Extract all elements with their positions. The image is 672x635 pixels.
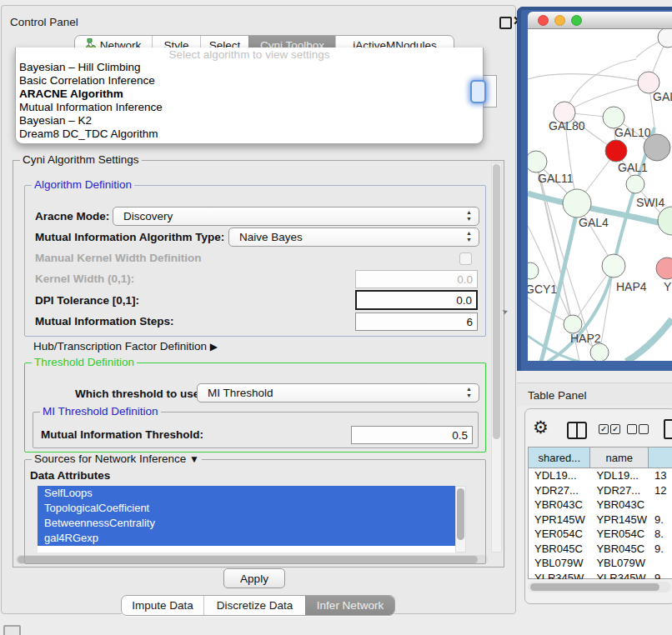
apply-button[interactable]: Apply (223, 568, 285, 588)
table-cell: 12 (649, 484, 672, 497)
zoom-traffic-light-icon[interactable] (571, 15, 582, 26)
tab-label: Discretize Data (217, 599, 293, 612)
column-header-name[interactable]: name (590, 448, 649, 468)
close-traffic-light-icon[interactable] (538, 15, 549, 26)
algorithm-option-bayesian-hill-climbing[interactable]: Bayesian – Hill Climbing (16, 61, 483, 74)
data-attributes-label: Data Attributes (30, 469, 110, 482)
table-row[interactable]: YBL079WYBL079W (529, 556, 672, 571)
table-cell: YDL19... (529, 469, 590, 482)
list-scrollbar[interactable] (455, 486, 466, 552)
table-row[interactable]: YER054CYER054C8. (529, 527, 672, 542)
settings-group-title: Cyni Algorithm Settings (20, 154, 142, 166)
checked-checkbox-icon[interactable]: ✓ (610, 424, 620, 434)
scrollbar-thumb[interactable] (457, 488, 464, 540)
node-HAP4[interactable] (602, 254, 625, 278)
tab-label: Impute Data (132, 599, 193, 612)
scrollbar-thumb[interactable] (530, 583, 659, 591)
node-table: shared...name YDL19...YDL19...13YDR27...… (528, 447, 672, 579)
algorithm-option-bayesian-k2[interactable]: Bayesian – K2 (16, 114, 483, 128)
focused-spinner-button[interactable] (470, 80, 486, 103)
kernel-width-input[interactable]: 0.0 (355, 270, 478, 288)
table-row[interactable]: YLR345WYLR345W9. (529, 571, 672, 580)
scrollbar-thumb[interactable] (493, 164, 500, 439)
attribute-topologicalcoefficient[interactable]: TopologicalCoefficient (38, 501, 455, 516)
hub-definition-toggle[interactable]: Hub/Transcription Factor Definition ▶ (33, 340, 218, 352)
aracne-mode-value: Discovery (123, 210, 173, 222)
attribute-gal4rgexp[interactable]: gal4RGexp (38, 531, 455, 546)
table-cell: YBL079W (529, 557, 590, 569)
table-cell: 9. (649, 513, 672, 526)
node-label-gal1: GAL1 (618, 161, 648, 174)
table-horizontal-scrollbar[interactable] (528, 582, 671, 592)
sources-title: Sources for Network Inference (34, 452, 186, 465)
settings-gear-icon[interactable]: ⚙ (533, 418, 549, 436)
table-row[interactable]: YPR145WYPR145W9. (529, 512, 672, 528)
which-threshold-select[interactable]: MI Threshold ▲▼ (197, 383, 479, 402)
attribute-betweennesscentrality[interactable]: BetweennessCentrality (38, 516, 455, 531)
network-graph[interactable]: GALGAL80GAL10GAL1GAL11SWI4GAL4HAP4YGCY1H… (528, 29, 672, 361)
window-grip-icon[interactable] (3, 625, 21, 635)
manual-kernel-checkbox[interactable] (459, 252, 472, 265)
node-red[interactable] (605, 140, 627, 162)
table-cell: YPR145W (590, 513, 649, 526)
mi-threshold-input[interactable]: 0.5 (351, 426, 473, 444)
node-label-swi4: SWI4 (636, 196, 664, 209)
node-top-cut[interactable] (658, 29, 672, 48)
algorithm-option-aracne-algorithm[interactable]: ARACNE Algorithm (16, 88, 483, 101)
unchecked-checkbox-icon[interactable] (627, 424, 637, 434)
dpi-tolerance-input[interactable]: 0.0 (355, 290, 478, 310)
bottom-tab-strip: Impute DataDiscretize DataInfer Network (121, 595, 395, 616)
node-SWI4[interactable] (626, 175, 644, 193)
table-row[interactable]: YDL19...YDL19...13 (529, 468, 672, 483)
sources-toggle[interactable]: Sources for Network Inference ▼ (32, 453, 202, 465)
table-cell: YBR043C (590, 498, 649, 511)
vertical-scrollbar[interactable] (491, 162, 502, 552)
aracne-mode-select[interactable]: Discovery ▲▼ (113, 207, 479, 226)
node-HAP2[interactable] (564, 315, 582, 333)
aracne-mode-label: Aracne Mode: (35, 210, 109, 222)
network-window-titlebar[interactable] (528, 12, 672, 29)
algorithm-option-dream8-dc-tdc-algorithm[interactable]: Dream8 DC_TDC Algorithm (16, 128, 483, 141)
table-row[interactable]: YBR045CYBR045C9. (529, 542, 672, 557)
tab-impute-data[interactable]: Impute Data (122, 596, 203, 615)
expanded-arrow-icon: ▼ (189, 453, 199, 465)
unchecked-checkbox-icon[interactable] (639, 424, 649, 434)
mi-steps-input[interactable]: 6 (355, 312, 478, 331)
table-cell: YER054C (529, 528, 590, 540)
hub-definition-label: Hub/Transcription Factor Definition (33, 340, 207, 352)
node-label-gal: GAL (653, 90, 672, 103)
float-window-icon[interactable] (499, 17, 512, 29)
algorithm-option-basic-correlation-inference[interactable]: Basic Correlation Inference (16, 74, 483, 88)
document-icon[interactable] (664, 419, 672, 439)
node-bottom[interactable] (590, 343, 609, 361)
network-view-window: GALGAL80GAL10GAL1GAL11SWI4GAL4HAP4YGCY1H… (517, 7, 672, 371)
network-edge (528, 74, 649, 82)
which-threshold-value: MI Threshold (208, 387, 273, 399)
node-GAL11[interactable] (528, 151, 547, 172)
node-GAL4[interactable] (563, 189, 591, 218)
node-label-hap4: HAP4 (616, 280, 647, 293)
column-layout-icon[interactable] (567, 422, 587, 439)
manual-kernel-label: Manual Kernel Width Definition (35, 252, 201, 264)
node-salmon[interactable] (656, 258, 672, 279)
node-GCY1[interactable] (528, 262, 539, 279)
checked-checkbox-icon[interactable]: ✓ (599, 424, 609, 434)
dpi-tolerance-label: DPI Tolerance [0,1]: (35, 294, 139, 307)
table-body: YDL19...YDL19...13YDR27...YDR27...12YBR0… (529, 468, 672, 579)
spinner-arrows-icon: ▲▼ (466, 209, 472, 222)
table-row[interactable]: YDR27...YDR27...12 (529, 483, 672, 498)
table-row[interactable]: YBR043CYBR043C (529, 498, 672, 512)
mi-algorithm-type-select[interactable]: Naive Bayes ▲▼ (228, 228, 479, 247)
mi-algorithm-type-label: Mutual Information Algorithm Type: (35, 231, 224, 243)
column-header-extra[interactable] (649, 448, 672, 468)
algorithm-option-mutual-information-inference[interactable]: Mutual Information Inference (16, 101, 483, 114)
table-header-row: shared...name (529, 448, 672, 468)
tab-infer-network[interactable]: Infer Network (305, 596, 394, 615)
node-big-right[interactable] (658, 207, 672, 235)
algorithm-dropdown: Select algorithm to view settings Bayesi… (15, 48, 484, 144)
column-header-shared[interactable]: shared... (529, 448, 590, 468)
tab-discretize-data[interactable]: Discretize Data (203, 596, 305, 615)
attribute-selfloops[interactable]: SelfLoops (38, 486, 455, 501)
minimize-traffic-light-icon[interactable] (554, 15, 565, 26)
network-canvas[interactable]: GALGAL80GAL10GAL1GAL11SWI4GAL4HAP4YGCY1H… (528, 29, 672, 361)
